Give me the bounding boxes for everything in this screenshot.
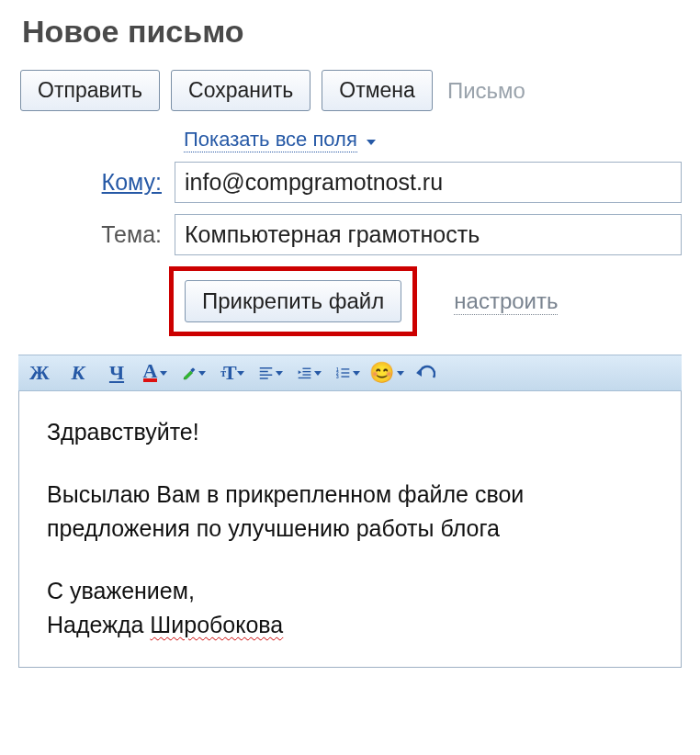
- page-title: Новое письмо: [18, 14, 682, 50]
- subject-input[interactable]: [175, 214, 682, 255]
- configure-link[interactable]: настроить: [454, 288, 558, 315]
- align-icon[interactable]: [259, 361, 283, 385]
- attach-file-button[interactable]: Прикрепить файл: [185, 280, 401, 322]
- list-icon[interactable]: 123: [336, 361, 360, 385]
- tab-label: Письмо: [444, 78, 525, 104]
- chevron-down-icon: [367, 140, 376, 145]
- send-button[interactable]: Отправить: [20, 70, 160, 111]
- highlight-icon[interactable]: [182, 361, 206, 385]
- to-label[interactable]: Кому:: [18, 169, 175, 196]
- message-body[interactable]: Здравствуйте! Высылаю Вам в прикрепленно…: [18, 391, 682, 668]
- indent-icon[interactable]: [298, 361, 322, 385]
- cancel-button[interactable]: Отмена: [322, 70, 433, 111]
- font-size-icon[interactable]: тТ: [220, 361, 244, 385]
- show-all-fields-link[interactable]: Показать все поля: [184, 128, 357, 152]
- undo-icon[interactable]: [413, 361, 437, 385]
- editor-toolbar: Ж К Ч А тТ 123 😊: [18, 355, 682, 391]
- underline-icon[interactable]: Ч: [105, 361, 129, 385]
- svg-marker-16: [416, 369, 422, 377]
- body-paragraph: Здравствуйте!: [47, 415, 653, 450]
- italic-icon[interactable]: К: [66, 361, 90, 385]
- spellcheck-mark: Широбокова: [150, 612, 283, 637]
- emoji-icon[interactable]: 😊: [375, 361, 399, 385]
- svg-text:3: 3: [336, 375, 339, 379]
- subject-label: Тема:: [18, 221, 175, 248]
- attach-highlight: Прикрепить файл: [169, 266, 417, 336]
- to-input[interactable]: [175, 162, 682, 203]
- body-paragraph: Высылаю Вам в прикрепленном файле свои п…: [47, 478, 653, 547]
- svg-marker-9: [299, 370, 301, 374]
- text-color-icon[interactable]: А: [143, 361, 167, 385]
- bold-icon[interactable]: Ж: [28, 361, 51, 385]
- body-signature: С уважением, Надежда Широбокова: [47, 574, 653, 643]
- main-toolbar: Отправить Сохранить Отмена Письмо: [18, 66, 682, 124]
- save-button[interactable]: Сохранить: [171, 70, 310, 111]
